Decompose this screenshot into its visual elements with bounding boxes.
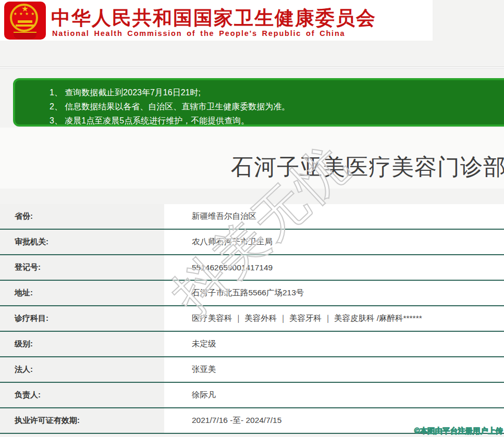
field-value: 张亚美 <box>192 364 216 375</box>
field-value: 551462659001417149 <box>192 263 273 272</box>
field-label-cell: 地址: <box>0 281 164 305</box>
table-row: 登记号: 551462659001417149 <box>0 255 504 281</box>
field-label: 登记号: <box>15 263 41 272</box>
field-value-cell: 农八师石河子市卫生局 <box>164 230 504 254</box>
field-label-cell: 审批机关: <box>0 230 164 254</box>
table-row: 省份: 新疆维吾尔自治区 <box>0 204 504 230</box>
field-label: 执业许可证有效期: <box>15 416 80 426</box>
field-value: 未定级 <box>192 339 216 349</box>
field-value: 医疗美容科 ｜ 美容外科 ｜ 美容牙科 ｜ 美容皮肤科 /麻醉科****** <box>192 313 422 324</box>
notice-list: 1、 查询数据截止到2023年7月16日21时; 2、 信息数据结果以各省、自治… <box>15 80 504 128</box>
national-emblem-icon: ★ ★★★★ <box>4 2 46 40</box>
notice-item: 1、 查询数据截止到2023年7月16日21时; <box>50 85 504 99</box>
field-label-cell: 省份: <box>0 204 164 229</box>
notice-item: 2、 信息数据结果以各省、自治区、直辖市卫生健康委数据为准。 <box>50 99 504 114</box>
field-label-cell: 法人: <box>0 357 164 382</box>
field-value: 新疆维吾尔自治区 <box>192 211 256 222</box>
field-value-cell: 未定级 <box>164 332 504 356</box>
emblem-gate-base-shape <box>16 24 34 27</box>
field-label-cell: 负责人: <box>0 383 164 407</box>
site-title-chinese: 中华人民共和国国家卫生健康委员会 <box>51 5 376 31</box>
field-label-cell: 诊疗科目: <box>0 306 164 331</box>
field-value: 徐际凡 <box>192 390 216 401</box>
field-value-cell: 新疆维吾尔自治区 <box>164 204 504 229</box>
emblem-gate-shape <box>18 20 32 23</box>
field-label: 省份: <box>15 211 33 221</box>
field-value-cell: 551462659001417149 <box>164 255 504 280</box>
table-row: 法人: 张亚美 <box>0 357 504 383</box>
field-label: 审批机关: <box>15 237 48 247</box>
institution-name-title: 石河子亚美医疗美容门诊部 <box>231 152 504 182</box>
field-label: 法人: <box>15 365 33 374</box>
site-title-english: National Health Commission of the People… <box>52 29 345 38</box>
field-label-cell: 登记号: <box>0 255 164 280</box>
result-title-section: 石河子亚美医疗美容门诊部 <box>0 128 504 189</box>
table-row: 级别: 未定级 <box>0 332 504 357</box>
field-label: 地址: <box>15 288 33 298</box>
field-value-cell: 张亚美 <box>164 357 504 382</box>
site-header: ★ ★★★★ 中华人民共和国国家卫生健康委员会 National Health … <box>0 0 433 41</box>
field-label: 诊疗科目: <box>15 314 48 323</box>
notice-item: 3、 凌晨1点至凌晨5点系统进行维护，不能提供查询。 <box>50 114 504 128</box>
field-label-cell: 执业许可证有效期: <box>0 408 164 433</box>
field-value: 农八师石河子市卫生局 <box>192 236 273 247</box>
field-value-cell: 石河子市北五路5566广场213号 <box>164 281 504 305</box>
field-value-cell: 医疗美容科 ｜ 美容外科 ｜ 美容牙科 ｜ 美容皮肤科 /麻醉科****** <box>164 306 504 331</box>
field-label-cell: 级别: <box>0 332 164 356</box>
field-label: 负责人: <box>15 390 41 400</box>
notice-box: 1、 查询数据截止到2023年7月16日21时; 2、 信息数据结果以各省、自治… <box>13 78 504 127</box>
emblem-small-stars-icon: ★★★★ <box>4 12 46 16</box>
horizontal-divider <box>0 67 504 69</box>
license-info-table: 省份: 新疆维吾尔自治区 审批机关: 农八师石河子市卫生局 登记号: 55146… <box>0 204 504 434</box>
table-row: 地址: 石河子市北五路5566广场213号 <box>0 281 504 306</box>
emblem-ribbon-shape <box>14 32 36 39</box>
field-value: 2021/7/16 -至- 2024/7/15 <box>192 415 281 426</box>
field-value: 石河子市北五路5566广场213号 <box>192 288 304 298</box>
table-row: 诊疗科目: 医疗美容科 ｜ 美容外科 ｜ 美容牙科 ｜ 美容皮肤科 /麻醉科**… <box>0 306 504 332</box>
table-row: 负责人: 徐际凡 <box>0 383 504 408</box>
field-value-cell: 徐际凡 <box>164 383 504 407</box>
field-label: 级别: <box>15 339 33 349</box>
table-row: 审批机关: 农八师石河子市卫生局 <box>0 230 504 255</box>
upload-copyright-watermark: ©本图由平台注册用户上传 <box>414 426 503 436</box>
